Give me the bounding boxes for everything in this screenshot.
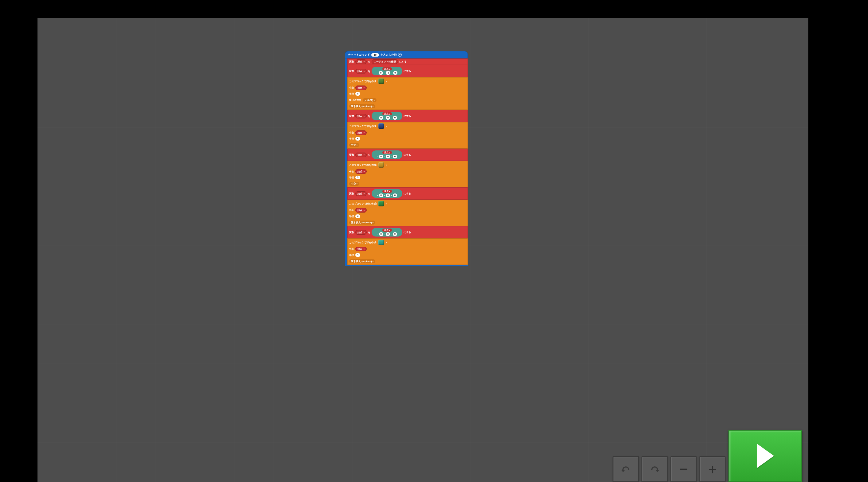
coord-y[interactable]: 0 — [386, 155, 390, 159]
set-variable-block[interactable]: 変数 始点 を 原点 ~0 ~0 ~0 にする — [347, 226, 468, 238]
hollow-dropdown[interactable]: 中空 — [349, 143, 359, 147]
var-dropdown-start[interactable]: 始点 — [355, 230, 367, 235]
center-var[interactable]: 始点 — [355, 247, 367, 251]
coord-z[interactable]: 0 — [393, 155, 397, 159]
circle-block[interactable]: このブロックで円を作成: 中心 始点 半径 5 向ける方向 y (高度) — [347, 77, 468, 110]
label-center: 中心 — [349, 247, 354, 251]
undo-button[interactable] — [613, 456, 639, 482]
redo-button[interactable] — [642, 456, 668, 482]
block-stack[interactable]: チャットコマンド 10 を入力した時 + 変数 原点 を エージェントの座標 に… — [345, 51, 468, 266]
set-variable-block[interactable]: 変数 原点 を エージェントの座標 にする — [347, 58, 468, 65]
coord-reporter[interactable]: 原点 ~0 ~0 ~0 — [372, 189, 402, 198]
block-picker[interactable] — [378, 239, 384, 245]
coord-reporter[interactable]: 原点 ~0 ~0 ~0 — [372, 112, 402, 120]
center-var[interactable]: 始点 — [355, 169, 367, 174]
coord-z[interactable]: 0 — [393, 232, 397, 236]
coord-z[interactable]: 0 — [393, 71, 397, 75]
coord-base-dropdown[interactable]: 原点 — [382, 151, 392, 154]
label-orientation: 向ける方向 — [349, 98, 362, 102]
workspace[interactable]: チャットコマンド 10 を入力した時 + 変数 原点 を エージェントの座標 に… — [37, 18, 808, 482]
label-set: 変数 — [349, 114, 354, 118]
coord-x[interactable]: 0 — [379, 155, 383, 159]
coord-y[interactable]: -1 — [386, 71, 390, 75]
var-dropdown-origin[interactable]: 原点 — [355, 59, 367, 64]
run-button[interactable] — [728, 430, 802, 482]
block-picker[interactable] — [378, 79, 384, 84]
center-var[interactable]: 始点 — [355, 208, 367, 212]
sphere-block[interactable]: このブロックで球を作成: 中心 始点 半径 6 中空 — [347, 122, 468, 148]
coord-base-dropdown[interactable]: 原点 — [382, 67, 392, 70]
label-set: 変数 — [349, 69, 354, 73]
label-wo: を — [368, 69, 370, 73]
radius-input[interactable]: 4 — [355, 215, 360, 218]
label-radius: 半径 — [349, 215, 354, 218]
sphere-header: このブロックで球を作成: — [349, 163, 377, 167]
set-variable-block[interactable]: 変数 始点 を 原点 ~0 ~0 ~0 にする — [347, 187, 468, 200]
coord-y[interactable]: 0 — [386, 194, 390, 197]
block-dropdown-icon[interactable] — [385, 125, 387, 127]
hat-suffix: を入力した時 — [380, 53, 397, 57]
coord-z[interactable]: 0 — [393, 116, 397, 120]
radius-input[interactable]: 6 — [355, 137, 360, 141]
block-picker[interactable] — [378, 201, 384, 206]
coord-reporter[interactable]: 原点 ~0 ~0 ~0 — [372, 228, 402, 236]
coord-z[interactable]: 0 — [393, 194, 397, 197]
redo-icon — [649, 464, 661, 474]
center-var[interactable]: 始点 — [355, 86, 367, 90]
block-dropdown-icon[interactable] — [385, 164, 387, 166]
hat-on-chat-command[interactable]: チャットコマンド 10 を入力した時 + — [345, 51, 468, 58]
sphere-block[interactable]: このブロックで球を作成: 中心 始点 半径 5 中空 — [347, 161, 468, 187]
replace-dropdown[interactable]: 置き換え (replace) — [349, 221, 375, 225]
sphere-header: このブロックで球を作成: — [349, 241, 377, 244]
circle-header: このブロックで円を作成: — [349, 80, 377, 83]
coord-base-dropdown[interactable]: 原点 — [382, 112, 392, 115]
label-set: 変数 — [349, 231, 354, 234]
orientation-dropdown[interactable]: y (高度) — [363, 98, 376, 102]
block-dropdown-icon[interactable] — [385, 80, 387, 83]
set-variable-block[interactable]: 変数 始点 を 原点 ~0 ~0 ~0 にする — [347, 148, 468, 161]
coord-y[interactable]: 0 — [386, 232, 390, 236]
label-ni: にする — [404, 114, 411, 118]
block-dropdown-icon[interactable] — [385, 202, 387, 205]
zoom-out-button[interactable]: − — [671, 456, 696, 482]
block-picker[interactable] — [378, 123, 384, 129]
label-wo: を — [368, 231, 370, 234]
sphere-block[interactable]: このブロックで球を作成: 中心 始点 半径 4 置き換え (replace) — [347, 238, 468, 265]
chat-command-input[interactable]: 10 — [371, 53, 379, 57]
coord-x[interactable]: 0 — [379, 71, 383, 75]
var-dropdown-start[interactable]: 始点 — [355, 191, 367, 196]
coord-reporter[interactable]: 原点 ~0 ~0 ~0 — [372, 150, 402, 159]
radius-input[interactable]: 5 — [355, 176, 360, 179]
label-center: 中心 — [349, 170, 354, 173]
label-radius: 半径 — [349, 137, 354, 141]
set-variable-block[interactable]: 変数 始点 を 原点 ~0 ~-1 ~0 にする — [347, 65, 468, 77]
var-dropdown-start[interactable]: 始点 — [355, 114, 367, 118]
coord-x[interactable]: 0 — [379, 116, 383, 120]
agent-coord-reporter[interactable]: エージェントの座標 — [372, 59, 398, 64]
plus-icon[interactable]: + — [398, 53, 402, 57]
sphere-block[interactable]: このブロックで球を作成: 中心 始点 半径 4 置き換え (replace) — [347, 200, 468, 226]
coord-base-dropdown[interactable]: 原点 — [382, 190, 392, 193]
play-icon — [757, 444, 774, 468]
zoom-in-button[interactable]: ＋ — [700, 456, 725, 482]
block-picker[interactable] — [378, 162, 384, 168]
hollow-dropdown[interactable]: 中空 — [349, 182, 359, 186]
replace-dropdown[interactable]: 置き換え (replace) — [349, 104, 375, 108]
block-dropdown-icon[interactable] — [385, 241, 387, 244]
var-dropdown-start[interactable]: 始点 — [355, 152, 367, 157]
label-set: 変数 — [349, 153, 354, 157]
coord-y[interactable]: 0 — [386, 116, 390, 120]
minus-icon: − — [679, 461, 688, 478]
set-variable-block[interactable]: 変数 始点 を 原点 ~0 ~0 ~0 にする — [347, 110, 468, 122]
coord-x[interactable]: 0 — [379, 194, 383, 197]
coord-reporter[interactable]: 原点 ~0 ~-1 ~0 — [372, 67, 402, 75]
label-center: 中心 — [349, 86, 354, 89]
radius-input[interactable]: 4 — [355, 253, 360, 257]
coord-x[interactable]: 0 — [379, 232, 383, 236]
label-wo: を — [368, 192, 370, 195]
radius-input[interactable]: 5 — [355, 92, 360, 96]
coord-base-dropdown[interactable]: 原点 — [382, 229, 392, 232]
replace-dropdown[interactable]: 置き換え (replace) — [349, 259, 375, 263]
center-var[interactable]: 始点 — [355, 131, 367, 135]
var-dropdown-start[interactable]: 始点 — [355, 69, 367, 74]
